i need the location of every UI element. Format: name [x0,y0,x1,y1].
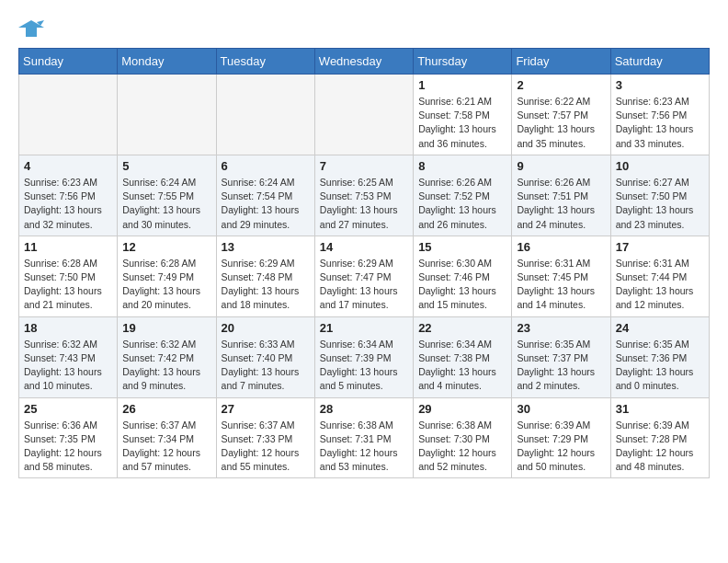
day-info: Sunrise: 6:24 AMSunset: 7:55 PMDaylight:… [122,176,210,232]
calendar-cell-day-16: 16Sunrise: 6:31 AMSunset: 7:45 PMDayligh… [512,236,610,316]
calendar-header-saturday: Saturday [610,49,709,75]
day-info: Sunrise: 6:23 AMSunset: 7:56 PMDaylight:… [24,176,112,232]
calendar-week-5: 25Sunrise: 6:36 AMSunset: 7:35 PMDayligh… [19,397,710,478]
day-info: Sunrise: 6:32 AMSunset: 7:42 PMDaylight:… [122,338,210,394]
day-info: Sunrise: 6:21 AMSunset: 7:58 PMDaylight:… [418,95,506,151]
day-number: 11 [24,240,112,254]
calendar-header-friday: Friday [512,49,610,75]
day-info: Sunrise: 6:30 AMSunset: 7:46 PMDaylight:… [418,257,506,313]
calendar-cell-empty [19,75,118,155]
calendar-cell-day-24: 24Sunrise: 6:35 AMSunset: 7:36 PMDayligh… [610,316,709,397]
day-info: Sunrise: 6:37 AMSunset: 7:34 PMDaylight:… [122,419,210,475]
day-number: 21 [320,321,408,335]
day-number: 15 [418,240,506,254]
day-number: 24 [616,321,704,335]
logo-icon [18,18,44,39]
calendar-cell-day-18: 18Sunrise: 6:32 AMSunset: 7:43 PMDayligh… [19,316,118,397]
day-number: 29 [418,402,506,416]
calendar-header-sunday: Sunday [19,49,118,75]
calendar-cell-day-8: 8Sunrise: 6:26 AMSunset: 7:52 PMDaylight… [414,155,512,236]
day-info: Sunrise: 6:35 AMSunset: 7:36 PMDaylight:… [616,338,704,394]
calendar-cell-day-19: 19Sunrise: 6:32 AMSunset: 7:42 PMDayligh… [118,316,216,397]
day-number: 13 [222,240,310,254]
calendar-cell-day-27: 27Sunrise: 6:37 AMSunset: 7:33 PMDayligh… [216,397,314,478]
day-info: Sunrise: 6:28 AMSunset: 7:50 PMDaylight:… [24,257,112,313]
calendar-cell-day-20: 20Sunrise: 6:33 AMSunset: 7:40 PMDayligh… [216,316,314,397]
day-number: 23 [517,321,605,335]
calendar-cell-day-7: 7Sunrise: 6:25 AMSunset: 7:53 PMDaylight… [314,155,413,236]
day-info: Sunrise: 6:39 AMSunset: 7:29 PMDaylight:… [517,419,605,475]
calendar-cell-day-21: 21Sunrise: 6:34 AMSunset: 7:39 PMDayligh… [314,316,413,397]
day-info: Sunrise: 6:34 AMSunset: 7:39 PMDaylight:… [320,338,408,394]
day-info: Sunrise: 6:37 AMSunset: 7:33 PMDaylight:… [222,419,310,475]
calendar-cell-day-29: 29Sunrise: 6:38 AMSunset: 7:30 PMDayligh… [414,397,512,478]
day-info: Sunrise: 6:24 AMSunset: 7:54 PMDaylight:… [222,176,310,232]
day-number: 10 [616,159,704,173]
day-number: 18 [24,321,112,335]
calendar-week-4: 18Sunrise: 6:32 AMSunset: 7:43 PMDayligh… [19,316,710,397]
day-info: Sunrise: 6:32 AMSunset: 7:43 PMDaylight:… [24,338,112,394]
calendar-cell-day-28: 28Sunrise: 6:38 AMSunset: 7:31 PMDayligh… [314,397,413,478]
day-info: Sunrise: 6:23 AMSunset: 7:56 PMDaylight:… [616,95,704,151]
logo [18,18,48,39]
calendar-cell-day-23: 23Sunrise: 6:35 AMSunset: 7:37 PMDayligh… [512,316,610,397]
day-info: Sunrise: 6:38 AMSunset: 7:30 PMDaylight:… [418,419,506,475]
day-info: Sunrise: 6:26 AMSunset: 7:52 PMDaylight:… [418,176,506,232]
calendar-week-1: 1Sunrise: 6:21 AMSunset: 7:58 PMDaylight… [19,75,710,155]
calendar-cell-day-1: 1Sunrise: 6:21 AMSunset: 7:58 PMDaylight… [414,75,512,155]
day-info: Sunrise: 6:31 AMSunset: 7:45 PMDaylight:… [517,257,605,313]
calendar-cell-day-11: 11Sunrise: 6:28 AMSunset: 7:50 PMDayligh… [19,236,118,316]
calendar-cell-day-22: 22Sunrise: 6:34 AMSunset: 7:38 PMDayligh… [414,316,512,397]
day-number: 7 [320,159,408,173]
day-number: 17 [616,240,704,254]
day-info: Sunrise: 6:27 AMSunset: 7:50 PMDaylight:… [616,176,704,232]
calendar-cell-day-31: 31Sunrise: 6:39 AMSunset: 7:28 PMDayligh… [610,397,709,478]
day-info: Sunrise: 6:39 AMSunset: 7:28 PMDaylight:… [616,419,704,475]
day-info: Sunrise: 6:29 AMSunset: 7:47 PMDaylight:… [320,257,408,313]
calendar-cell-day-13: 13Sunrise: 6:29 AMSunset: 7:48 PMDayligh… [216,236,314,316]
calendar-cell-empty [118,75,216,155]
calendar-cell-empty [314,75,413,155]
day-number: 30 [517,402,605,416]
day-number: 3 [616,78,704,92]
calendar-cell-day-5: 5Sunrise: 6:24 AMSunset: 7:55 PMDaylight… [118,155,216,236]
calendar-cell-day-30: 30Sunrise: 6:39 AMSunset: 7:29 PMDayligh… [512,397,610,478]
day-info: Sunrise: 6:35 AMSunset: 7:37 PMDaylight:… [517,338,605,394]
day-number: 2 [517,78,605,92]
calendar-cell-day-6: 6Sunrise: 6:24 AMSunset: 7:54 PMDaylight… [216,155,314,236]
day-info: Sunrise: 6:25 AMSunset: 7:53 PMDaylight:… [320,176,408,232]
day-number: 20 [222,321,310,335]
day-number: 12 [122,240,210,254]
day-number: 22 [418,321,506,335]
calendar-cell-day-3: 3Sunrise: 6:23 AMSunset: 7:56 PMDaylight… [610,75,709,155]
day-number: 19 [122,321,210,335]
day-number: 31 [616,402,704,416]
calendar-cell-empty [216,75,314,155]
day-number: 16 [517,240,605,254]
calendar-cell-day-9: 9Sunrise: 6:26 AMSunset: 7:51 PMDaylight… [512,155,610,236]
day-number: 1 [418,78,506,92]
day-info: Sunrise: 6:33 AMSunset: 7:40 PMDaylight:… [222,338,310,394]
calendar-week-2: 4Sunrise: 6:23 AMSunset: 7:56 PMDaylight… [19,155,710,236]
header [18,18,710,39]
calendar-cell-day-25: 25Sunrise: 6:36 AMSunset: 7:35 PMDayligh… [19,397,118,478]
calendar-cell-day-4: 4Sunrise: 6:23 AMSunset: 7:56 PMDaylight… [19,155,118,236]
calendar-header-wednesday: Wednesday [314,49,413,75]
calendar-cell-day-17: 17Sunrise: 6:31 AMSunset: 7:44 PMDayligh… [610,236,709,316]
calendar-cell-day-14: 14Sunrise: 6:29 AMSunset: 7:47 PMDayligh… [314,236,413,316]
calendar-cell-day-15: 15Sunrise: 6:30 AMSunset: 7:46 PMDayligh… [414,236,512,316]
day-info: Sunrise: 6:34 AMSunset: 7:38 PMDaylight:… [418,338,506,394]
calendar-cell-day-12: 12Sunrise: 6:28 AMSunset: 7:49 PMDayligh… [118,236,216,316]
day-info: Sunrise: 6:36 AMSunset: 7:35 PMDaylight:… [24,419,112,475]
day-number: 9 [517,159,605,173]
day-number: 4 [24,159,112,173]
day-number: 6 [222,159,310,173]
day-number: 5 [122,159,210,173]
day-info: Sunrise: 6:29 AMSunset: 7:48 PMDaylight:… [222,257,310,313]
day-info: Sunrise: 6:31 AMSunset: 7:44 PMDaylight:… [616,257,704,313]
day-number: 25 [24,402,112,416]
day-number: 8 [418,159,506,173]
day-info: Sunrise: 6:22 AMSunset: 7:57 PMDaylight:… [517,95,605,151]
day-info: Sunrise: 6:28 AMSunset: 7:49 PMDaylight:… [122,257,210,313]
calendar-header-row: SundayMondayTuesdayWednesdayThursdayFrid… [19,49,710,75]
